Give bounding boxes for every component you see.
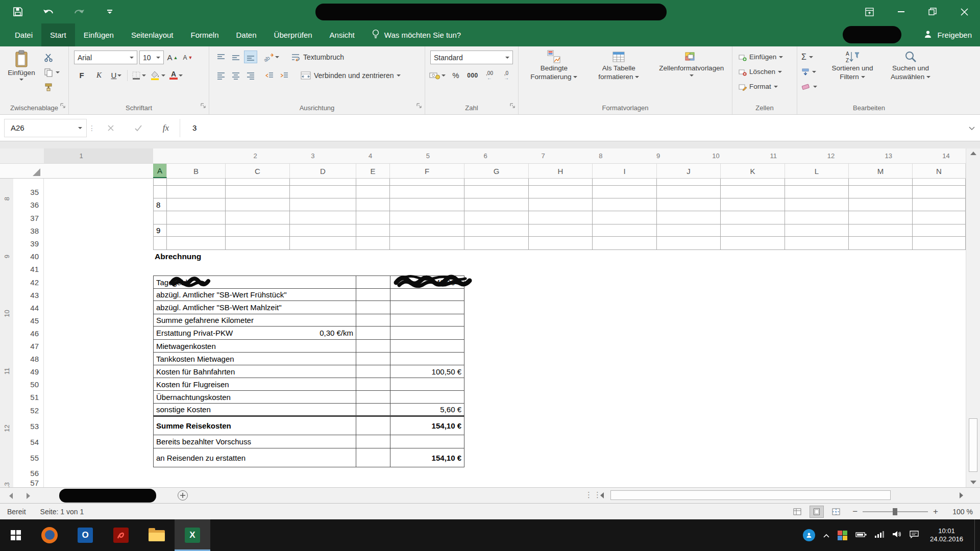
taskbar-excel-button[interactable]: X (175, 519, 210, 551)
cell-D[interactable] (290, 179, 356, 186)
accounting-format-button[interactable] (429, 69, 446, 82)
copy-button[interactable] (44, 65, 60, 80)
cell-value-49[interactable]: 100,50 € (390, 365, 464, 378)
row-header-36[interactable]: 36 (13, 198, 43, 211)
cell-M39[interactable] (849, 237, 913, 250)
cell-mid-45[interactable] (356, 314, 390, 327)
undo-icon[interactable] (41, 4, 56, 19)
format-as-table-button[interactable]: Als Tabelle formatieren (586, 46, 651, 81)
fill-color-button[interactable] (150, 69, 165, 82)
underline-button[interactable]: U (110, 69, 123, 82)
cell-mid-55[interactable] (356, 448, 390, 467)
cell-C35[interactable] (226, 186, 290, 198)
delete-cells-button[interactable]: Löschen (739, 64, 783, 79)
row-header-45[interactable]: 45 (13, 314, 43, 327)
align-center-icon[interactable] (229, 69, 242, 82)
cell-C37[interactable] (226, 211, 290, 224)
row-header-53[interactable]: 53 (13, 417, 43, 435)
cell-value-45[interactable] (390, 314, 464, 327)
cell-mid-42[interactable] (356, 276, 390, 289)
cell-value-55[interactable]: 154,10 € (390, 448, 464, 467)
tab-ueberpruefen[interactable]: Überprüfen (265, 23, 321, 46)
cell-styles-button[interactable]: Zellenformatvorlagen (651, 46, 732, 81)
cell-C39[interactable] (226, 237, 290, 250)
view-page-break-icon[interactable] (829, 506, 843, 518)
row-header-47[interactable]: 47 (13, 340, 43, 353)
cell-E37[interactable] (356, 211, 390, 224)
cell-D37[interactable] (290, 211, 356, 224)
cell-label-47[interactable]: Mietwagenkosten (153, 340, 356, 353)
row-header-52[interactable]: 52 (13, 404, 43, 417)
wrap-text-button[interactable]: Textumbruch (291, 53, 344, 61)
cancel-icon[interactable] (97, 119, 125, 137)
font-dialog-launcher-icon[interactable] (200, 102, 206, 110)
row-header-56[interactable]: 56 (13, 467, 43, 479)
select-all-icon[interactable] (33, 168, 40, 176)
cell-N37[interactable] (913, 211, 966, 224)
cell-K38[interactable] (721, 224, 785, 237)
row-header-43[interactable]: 43 (13, 289, 43, 301)
formula-bar-handle[interactable]: ⋮ (87, 124, 97, 132)
cell-N36[interactable] (913, 198, 966, 211)
cell-A38[interactable]: 9 (153, 224, 167, 237)
cell-D36[interactable] (290, 198, 356, 211)
cut-button[interactable] (44, 50, 60, 65)
cell-H[interactable] (529, 179, 593, 186)
tab-einfuegen[interactable]: Einfügen (75, 23, 122, 46)
align-bottom-icon[interactable] (244, 51, 257, 63)
save-icon[interactable] (10, 4, 26, 19)
sort-filter-button[interactable]: AZ Sortieren und Filtern (824, 46, 881, 81)
row-header-38[interactable]: 38 (13, 224, 43, 237)
cell-C36[interactable] (226, 198, 290, 211)
tab-scroll-splitter[interactable]: ⋮⋮ (585, 490, 602, 499)
row-header-35[interactable]: 35 (13, 186, 43, 198)
find-select-button[interactable]: Suchen und Auswählen (882, 46, 939, 81)
cell-mid-43[interactable] (356, 289, 390, 301)
increase-indent-icon[interactable] (278, 69, 291, 82)
align-top-icon[interactable] (214, 51, 228, 63)
tab-daten[interactable]: Daten (228, 23, 265, 46)
cell-G[interactable] (464, 179, 529, 186)
cell-E39[interactable] (356, 237, 390, 250)
column-header-C[interactable]: C (226, 164, 290, 178)
cell-F36[interactable] (390, 198, 464, 211)
cell-H36[interactable] (529, 198, 593, 211)
cell-K37[interactable] (721, 211, 785, 224)
taskbar-explorer-button[interactable] (139, 519, 175, 551)
cell-mid-52[interactable] (356, 404, 390, 417)
cell-M35[interactable] (849, 186, 913, 198)
row-header-54[interactable]: 54 (13, 435, 43, 448)
cell-mid-54[interactable] (356, 435, 390, 448)
cell-value-54[interactable] (390, 435, 464, 448)
cell-I37[interactable] (593, 211, 657, 224)
italic-button[interactable]: K (92, 69, 106, 82)
paste-button[interactable]: Einfügen (4, 46, 39, 81)
cell-label-54[interactable]: Bereits bezahlter Vorschuss (153, 435, 356, 448)
cell-label-46[interactable]: Erstattung Privat-PKW0,30 €/km (153, 327, 356, 340)
cell-L35[interactable] (785, 186, 849, 198)
cell-mid-44[interactable] (356, 301, 390, 314)
hscroll-right-icon[interactable] (960, 492, 963, 498)
row-header-55[interactable]: 55 (13, 448, 43, 467)
cell-I35[interactable] (593, 186, 657, 198)
row-header-40[interactable]: 40 (13, 250, 43, 263)
cell-mid-53[interactable] (356, 417, 390, 435)
increase-decimal-button[interactable]: ,00← (483, 69, 496, 82)
cell-J[interactable] (657, 179, 721, 186)
cell-value-46[interactable] (390, 327, 464, 340)
redo-icon[interactable] (71, 4, 87, 19)
cell-mid-46[interactable] (356, 327, 390, 340)
cell-label-55[interactable]: an Reisenden zu erstatten (153, 448, 356, 467)
cell-label-44[interactable]: abzügl. Amtlicher "SB-Wert Mahlzeit" (153, 301, 356, 314)
volume-icon[interactable] (892, 531, 901, 540)
zoom-out-icon[interactable]: − (852, 507, 857, 517)
cell-H38[interactable] (529, 224, 593, 237)
scroll-down-icon[interactable] (970, 481, 976, 484)
align-left-icon[interactable] (214, 69, 228, 82)
bold-button[interactable]: F (75, 69, 88, 82)
font-color-button[interactable]: A (169, 69, 183, 82)
column-header-D[interactable]: D (290, 164, 356, 178)
cell-I38[interactable] (593, 224, 657, 237)
cell-L36[interactable] (785, 198, 849, 211)
cell-mid-47[interactable] (356, 340, 390, 353)
